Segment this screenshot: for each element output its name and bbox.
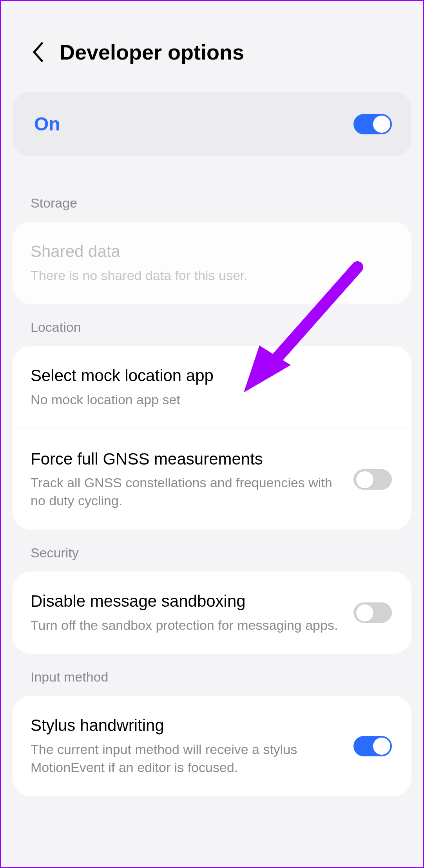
row-title: Stylus handwriting bbox=[31, 715, 342, 736]
back-icon[interactable] bbox=[32, 42, 44, 62]
card-security: Disable message sandboxing Turn off the … bbox=[13, 571, 411, 654]
row-title: Disable message sandboxing bbox=[31, 591, 342, 612]
row-sub: No mock location app set bbox=[31, 391, 392, 409]
row-title: Select mock location app bbox=[31, 365, 392, 386]
section-header-location: Location bbox=[1, 304, 423, 346]
row-stylus-handwriting[interactable]: Stylus handwriting The current input met… bbox=[13, 696, 411, 796]
master-toggle-label: On bbox=[34, 113, 60, 135]
section-header-input-method: Input method bbox=[1, 654, 423, 696]
page-title: Developer options bbox=[60, 40, 244, 64]
row-sub: Track all GNSS constellations and freque… bbox=[31, 474, 342, 510]
row-title: Force full GNSS measurements bbox=[31, 449, 342, 470]
row-title: Shared data bbox=[31, 241, 392, 262]
row-sub: The current input method will receive a … bbox=[31, 741, 342, 777]
card-storage: Shared data There is no shared data for … bbox=[13, 222, 411, 304]
card-location: Select mock location app No mock locatio… bbox=[13, 346, 411, 530]
master-toggle-row[interactable]: On bbox=[13, 92, 411, 156]
section-header-storage: Storage bbox=[1, 180, 423, 222]
row-select-mock-location-app[interactable]: Select mock location app No mock locatio… bbox=[13, 346, 411, 428]
row-disable-message-sandboxing[interactable]: Disable message sandboxing Turn off the … bbox=[13, 571, 411, 654]
row-sub: Turn off the sandbox protection for mess… bbox=[31, 617, 342, 635]
toggle-stylus-handwriting[interactable] bbox=[353, 736, 392, 756]
section-header-security: Security bbox=[1, 530, 423, 571]
row-sub: There is no shared data for this user. bbox=[31, 267, 392, 285]
toggle-disable-message-sandboxing[interactable] bbox=[353, 602, 392, 623]
master-toggle[interactable] bbox=[353, 114, 392, 134]
row-shared-data[interactable]: Shared data There is no shared data for … bbox=[13, 222, 411, 304]
row-force-full-gnss[interactable]: Force full GNSS measurements Track all G… bbox=[13, 429, 411, 530]
toggle-force-full-gnss[interactable] bbox=[353, 469, 392, 490]
card-input-method: Stylus handwriting The current input met… bbox=[13, 696, 411, 796]
